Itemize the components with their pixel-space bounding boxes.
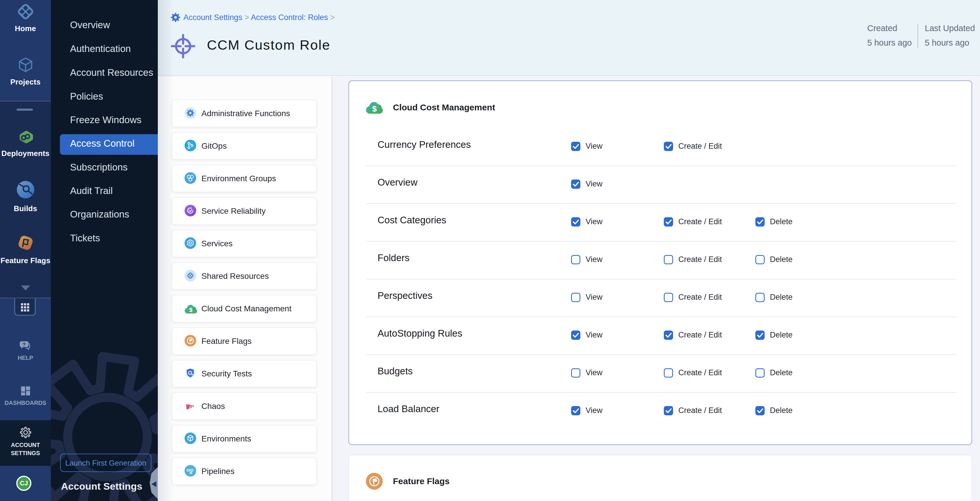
svg-text:?: ? <box>22 342 25 347</box>
svg-text:$: $ <box>189 306 192 313</box>
svg-text:$: $ <box>372 104 377 113</box>
